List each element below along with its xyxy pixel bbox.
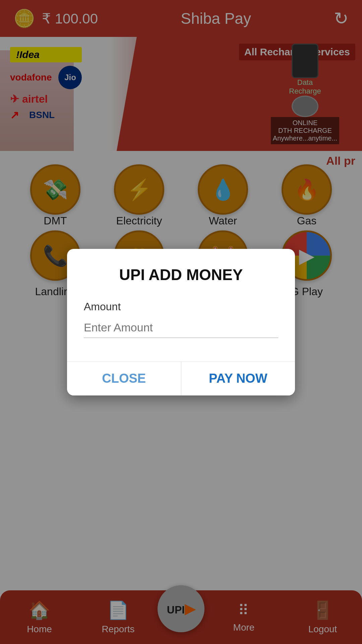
modal-actions: CLOSE PAY NOW <box>67 362 295 395</box>
modal-body: UPI ADD MONEY Amount <box>67 249 295 362</box>
pay-now-button[interactable]: PAY NOW <box>181 362 295 395</box>
amount-input[interactable] <box>84 318 278 338</box>
modal-title: UPI ADD MONEY <box>84 266 278 284</box>
amount-field-label: Amount <box>84 301 278 313</box>
close-button[interactable]: CLOSE <box>67 362 181 395</box>
upi-add-money-modal: UPI ADD MONEY Amount CLOSE PAY NOW <box>67 249 295 395</box>
modal-overlay: UPI ADD MONEY Amount CLOSE PAY NOW <box>0 0 362 644</box>
